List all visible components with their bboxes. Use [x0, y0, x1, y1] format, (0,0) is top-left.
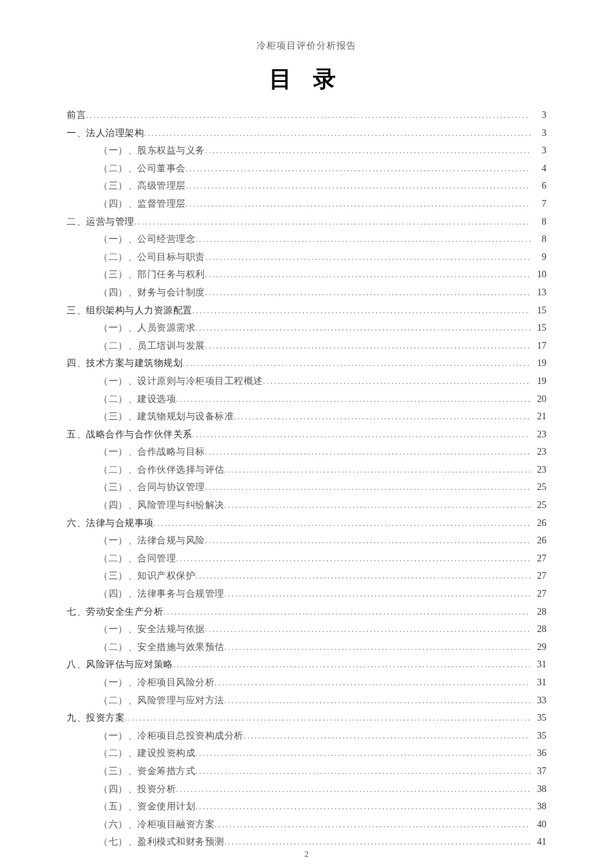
toc-entry-label: （二）、建设选项: [99, 391, 176, 409]
toc-leader-dots: [176, 391, 530, 409]
toc-entry-label: （一）、股东权益与义务: [99, 142, 205, 160]
toc-leader-dots: [225, 585, 531, 603]
toc-entry-page: 10: [530, 266, 546, 284]
toc-entry[interactable]: （一）、公司经营理念8: [67, 231, 546, 249]
toc-entry-label: 六、法律与合规事项: [67, 515, 154, 533]
toc-entry[interactable]: （三）、高级管理层6: [67, 177, 546, 195]
toc-entry-page: 3: [530, 107, 546, 125]
toc-entry-page: 15: [530, 302, 546, 320]
toc-entry[interactable]: 前言3: [67, 107, 546, 125]
toc-entry[interactable]: （三）、建筑物规划与设备标准21: [67, 408, 546, 426]
toc-entry-page: 23: [530, 461, 546, 479]
toc-entry[interactable]: （三）、合同与协议管理25: [67, 479, 546, 497]
toc-entry-page: 25: [530, 497, 546, 515]
toc-entry[interactable]: 二、运营与管理8: [67, 213, 546, 231]
toc-leader-dots: [234, 408, 530, 426]
toc-entry-page: 26: [530, 532, 546, 550]
toc-entry[interactable]: （一）、法律合规与风险26: [67, 532, 546, 550]
toc-leader-dots: [186, 160, 531, 178]
toc-entry[interactable]: （一）、人员资源需求15: [67, 319, 546, 337]
toc-entry-label: （四）、风险管理与纠纷解决: [99, 497, 225, 515]
table-of-contents: 前言3一、法人治理架构3（一）、股东权益与义务3（二）、公司董事会4（三）、高级…: [67, 107, 546, 851]
toc-entry-page: 3: [530, 125, 546, 143]
toc-entry[interactable]: （六）、冷柜项目融资方案40: [67, 816, 546, 834]
toc-entry[interactable]: （三）、部门任务与权利10: [67, 266, 546, 284]
toc-entry[interactable]: （二）、公司董事会4: [67, 160, 546, 178]
toc-leader-dots: [244, 727, 531, 745]
toc-entry[interactable]: 三、组织架构与人力资源配置15: [67, 302, 546, 320]
toc-entry[interactable]: （一）、设计原则与冷柜项目工程概述19: [67, 373, 546, 391]
toc-entry[interactable]: （二）、合同管理27: [67, 550, 546, 568]
toc-entry[interactable]: 八、风险评估与应对策略31: [67, 656, 546, 674]
toc-entry-page: 27: [530, 550, 546, 568]
toc-entry[interactable]: （二）、建设选项20: [67, 391, 546, 409]
toc-entry[interactable]: 五、战略合作与合作伙伴关系23: [67, 426, 546, 444]
toc-leader-dots: [205, 337, 531, 355]
toc-entry[interactable]: 九、投资方案35: [67, 709, 546, 727]
toc-entry-page: 19: [530, 355, 546, 373]
toc-entry[interactable]: （二）、风险管理与应对方法33: [67, 692, 546, 710]
toc-entry[interactable]: （一）、股东权益与义务3: [67, 142, 546, 160]
toc-entry[interactable]: （四）、监督管理层7: [67, 195, 546, 213]
toc-leader-dots: [205, 266, 531, 284]
toc-leader-dots: [86, 107, 530, 125]
toc-entry[interactable]: （一）、冷柜项目总投资构成分析35: [67, 727, 546, 745]
toc-leader-dots: [225, 692, 531, 710]
toc-entry-page: 28: [530, 621, 546, 639]
toc-entry[interactable]: （一）、安全法规与依据28: [67, 621, 546, 639]
toc-entry-page: 7: [530, 195, 546, 213]
toc-entry-page: 40: [530, 816, 546, 834]
toc-entry[interactable]: （一）、合作战略与目标23: [67, 443, 546, 461]
toc-entry-label: （一）、人员资源需求: [99, 319, 195, 337]
toc-entry-label: （三）、部门任务与权利: [99, 266, 205, 284]
toc-entry[interactable]: （一）、冷柜项目风险分析31: [67, 674, 546, 692]
toc-entry-page: 29: [530, 639, 546, 657]
toc-entry-label: （四）、监督管理层: [99, 195, 186, 213]
toc-entry-label: （二）、公司董事会: [99, 160, 186, 178]
toc-entry[interactable]: （二）、员工培训与发展17: [67, 337, 546, 355]
toc-entry[interactable]: （四）、风险管理与纠纷解决25: [67, 497, 546, 515]
toc-entry-label: （二）、建设投资构成: [99, 745, 195, 763]
toc-leader-dots: [205, 479, 531, 497]
toc-entry-label: （二）、合作伙伴选择与评估: [99, 461, 225, 479]
toc-entry-page: 15: [530, 319, 546, 337]
toc-entry[interactable]: （三）、资金筹措方式37: [67, 763, 546, 781]
toc-entry-label: （一）、公司经营理念: [99, 231, 195, 249]
toc-entry-page: 25: [530, 479, 546, 497]
toc-leader-dots: [225, 497, 531, 515]
toc-entry-label: 七、劳动安全生产分析: [67, 603, 163, 621]
toc-entry[interactable]: （三）、知识产权保护27: [67, 567, 546, 585]
toc-entry[interactable]: （二）、公司目标与职责9: [67, 249, 546, 267]
toc-entry[interactable]: 一、法人治理架构3: [67, 125, 546, 143]
toc-entry-label: （二）、公司目标与职责: [99, 249, 205, 267]
toc-entry[interactable]: （二）、合作伙伴选择与评估23: [67, 461, 546, 479]
toc-entry[interactable]: （四）、投资分析38: [67, 781, 546, 799]
toc-entry-label: （四）、法律事务与合规管理: [99, 585, 225, 603]
toc-entry-page: 33: [530, 692, 546, 710]
toc-entry-page: 26: [530, 515, 546, 533]
toc-entry[interactable]: （四）、财务与会计制度13: [67, 284, 546, 302]
toc-entry-label: （一）、合作战略与目标: [99, 443, 205, 461]
toc-leader-dots: [176, 781, 530, 799]
running-header: 冷柜项目评价分析报告: [67, 40, 546, 52]
toc-leader-dots: [186, 195, 531, 213]
toc-entry[interactable]: （五）、资金使用计划38: [67, 798, 546, 816]
toc-leader-dots: [205, 284, 531, 302]
toc-leader-dots: [205, 532, 531, 550]
toc-entry-page: 35: [530, 727, 546, 745]
toc-entry[interactable]: （二）、安全措施与效果预估29: [67, 639, 546, 657]
toc-entry[interactable]: 六、法律与合规事项26: [67, 515, 546, 533]
toc-entry[interactable]: （四）、法律事务与合规管理27: [67, 585, 546, 603]
toc-entry-page: 38: [530, 781, 546, 799]
toc-entry-label: （一）、设计原则与冷柜项目工程概述: [99, 373, 263, 391]
toc-entry-label: （五）、资金使用计划: [99, 798, 195, 816]
toc-entry-page: 3: [530, 142, 546, 160]
toc-entry[interactable]: 四、技术方案与建筑物规划19: [67, 355, 546, 373]
toc-leader-dots: [215, 816, 530, 834]
toc-entry[interactable]: （二）、建设投资构成36: [67, 745, 546, 763]
toc-entry-label: （二）、安全措施与效果预估: [99, 639, 225, 657]
toc-entry-label: 前言: [67, 107, 86, 125]
toc-entry[interactable]: 七、劳动安全生产分析28: [67, 603, 546, 621]
toc-entry-page: 8: [530, 213, 546, 231]
toc-leader-dots: [225, 461, 531, 479]
